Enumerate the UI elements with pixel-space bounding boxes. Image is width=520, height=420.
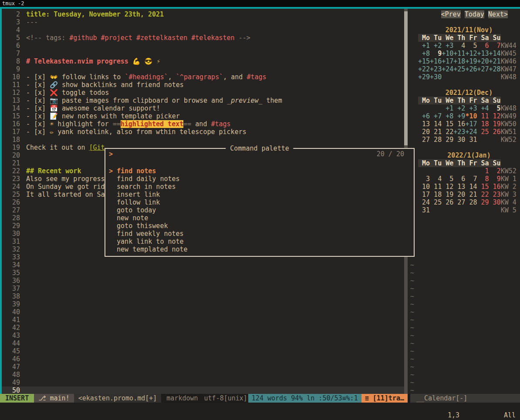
calendar-day[interactable]: +11 xyxy=(453,50,465,57)
editor-line[interactable]: 3--- xyxy=(2,18,404,26)
calendar-day[interactable]: +3 xyxy=(442,42,453,50)
editor-line[interactable]: 47 xyxy=(2,363,404,371)
editor-line[interactable]: 16- [x] ☀ highlight for ==highlighted te… xyxy=(2,120,404,128)
palette-item[interactable]: search in notes xyxy=(105,183,414,191)
calendar-day[interactable]: +1 xyxy=(418,42,430,50)
editor-line[interactable]: 2title: Tuesday, November 23th, 2021 xyxy=(2,10,404,18)
calendar-day[interactable]: 15 xyxy=(477,183,489,191)
github-link[interactable]: [Git xyxy=(89,144,105,151)
calendar-day[interactable]: 13 xyxy=(418,120,430,128)
calendar-day[interactable]: +3 xyxy=(465,104,477,112)
palette-item[interactable]: find weekly notes xyxy=(105,230,414,238)
calendar-day[interactable]: +24 xyxy=(465,128,477,136)
palette-item[interactable]: goto today xyxy=(105,206,414,214)
calendar-day[interactable]: 20 xyxy=(453,191,465,198)
editor-line[interactable]: 13- [x] 📷 paste images from clipboard or… xyxy=(2,97,404,104)
calendar-day[interactable]: 12 xyxy=(442,183,453,191)
calendar-day[interactable]: +23 xyxy=(430,65,442,73)
calendar-day[interactable]: 25 xyxy=(477,128,489,136)
editor-line[interactable]: 12- [x] ❌ toggle todos xyxy=(2,89,404,97)
editor-line[interactable]: 10- [x] 👐 follow links to `#headings`, `… xyxy=(2,73,404,81)
calendar-day[interactable]: 15 xyxy=(442,120,453,128)
calendar-day[interactable]: 16 xyxy=(453,120,465,128)
calendar-day[interactable]: +24 xyxy=(442,65,453,73)
palette-item[interactable]: goto thisweek xyxy=(105,222,414,230)
calendar-prev-button[interactable]: <Prev xyxy=(441,10,461,18)
calendar-day[interactable]: +29 xyxy=(418,73,430,81)
calendar-day[interactable]: +15 xyxy=(418,57,430,65)
calendar-day[interactable]: +7 xyxy=(430,112,442,120)
calendar-day[interactable]: 7 xyxy=(465,175,477,183)
calendar-day[interactable]: +17 xyxy=(465,120,477,128)
calendar-day[interactable]: 22 xyxy=(477,191,489,198)
calendar-day[interactable]: 29 xyxy=(442,136,453,144)
calendar-day[interactable]: 12 xyxy=(489,112,501,120)
calendar-day[interactable]: 19 xyxy=(489,120,501,128)
calendar-day[interactable]: +8 xyxy=(418,50,430,57)
calendar-day[interactable]: +12 xyxy=(465,50,477,57)
calendar-day[interactable]: 19 xyxy=(442,191,453,198)
calendar-day[interactable]: +16 xyxy=(430,57,442,65)
calendar-day[interactable]: +25 xyxy=(453,65,465,73)
calendar-day[interactable]: +19 xyxy=(465,57,477,65)
editor-line[interactable]: 41 xyxy=(2,316,404,324)
editor-line[interactable]: 11- [x] 🔗 show backlinks and friend note… xyxy=(2,81,404,89)
calendar-day[interactable]: 13 xyxy=(453,183,465,191)
calendar-day[interactable]: *10 xyxy=(465,112,477,120)
calendar-day[interactable]: +4 xyxy=(477,104,489,112)
calendar-day[interactable]: 6 xyxy=(477,42,489,50)
calendar-day[interactable]: 18 xyxy=(477,120,489,128)
calendar-day[interactable]: 11 xyxy=(430,183,442,191)
calendar-day[interactable]: 8 xyxy=(477,175,489,183)
calendar-day[interactable]: 11 xyxy=(477,112,489,120)
calendar-day[interactable]: 24 xyxy=(418,198,430,206)
calendar-day[interactable]: 30 xyxy=(489,198,501,206)
calendar-day[interactable]: 26 xyxy=(442,198,453,206)
calendar-day[interactable]: +2 xyxy=(453,104,465,112)
calendar-today-button[interactable]: Today xyxy=(465,10,484,18)
calendar-day[interactable]: +30 xyxy=(430,73,442,81)
editor-line[interactable]: 42 xyxy=(2,324,404,332)
calendar-day[interactable]: 2 xyxy=(489,167,501,175)
calendar-day[interactable]: 16 xyxy=(489,183,501,191)
editor-line[interactable]: 14- [x] 📅 awesome calendar support! xyxy=(2,104,404,112)
calendar-day[interactable]: 17 xyxy=(418,191,430,198)
calendar-day[interactable]: +1 xyxy=(442,104,453,112)
calendar-day[interactable]: +14 xyxy=(489,50,501,57)
editor-line[interactable]: 44 xyxy=(2,339,404,347)
calendar-day[interactable]: 26 xyxy=(489,128,501,136)
calendar-day[interactable]: 14 xyxy=(465,183,477,191)
calendar-day[interactable]: 27 xyxy=(418,136,430,144)
calendar-day[interactable]: 18 xyxy=(430,191,442,198)
calendar-day[interactable]: 23 xyxy=(489,191,501,198)
editor-line[interactable]: 35 xyxy=(2,269,404,277)
calendar-day[interactable]: 14 xyxy=(430,120,442,128)
calendar-day[interactable]: +6 xyxy=(418,112,430,120)
editor-line[interactable]: 5<!-- tags: #github #project #zettelkast… xyxy=(2,34,404,42)
editor-line[interactable]: 7 xyxy=(2,50,404,57)
editor-line[interactable]: 48 xyxy=(2,371,404,379)
calendar-day[interactable]: 1 xyxy=(477,167,489,175)
calendar-day[interactable]: 9 xyxy=(489,175,501,183)
calendar-day[interactable]: 27 xyxy=(453,198,465,206)
calendar-day[interactable]: 31 xyxy=(465,136,477,144)
calendar-day[interactable]: 6 xyxy=(453,175,465,183)
calendar-day[interactable]: +23 xyxy=(453,128,465,136)
editor-line[interactable]: 45 xyxy=(2,347,404,355)
calendar-day[interactable]: +26 xyxy=(465,65,477,73)
palette-item[interactable]: new note xyxy=(105,214,414,222)
palette-item[interactable]: new templated note xyxy=(105,245,414,253)
calendar-day[interactable]: 31 xyxy=(418,206,430,214)
calendar-day[interactable]: 25 xyxy=(430,198,442,206)
calendar-day[interactable]: 20 xyxy=(418,128,430,136)
editor-line[interactable]: 43 xyxy=(2,332,404,339)
calendar-day[interactable]: +21 xyxy=(489,57,501,65)
calendar-day[interactable]: +10 xyxy=(442,50,453,57)
calendar-day[interactable]: +17 xyxy=(442,57,453,65)
calendar-day[interactable]: 3 xyxy=(418,175,430,183)
editor-line[interactable]: 40 xyxy=(2,308,404,316)
calendar-pane[interactable]: <Prev Today Next> 2021/11(Nov) Mo Tu We … xyxy=(408,9,520,394)
editor-line[interactable]: 34 xyxy=(2,261,404,269)
editor-line[interactable]: 39 xyxy=(2,300,404,308)
editor-line[interactable]: 6 xyxy=(2,42,404,50)
